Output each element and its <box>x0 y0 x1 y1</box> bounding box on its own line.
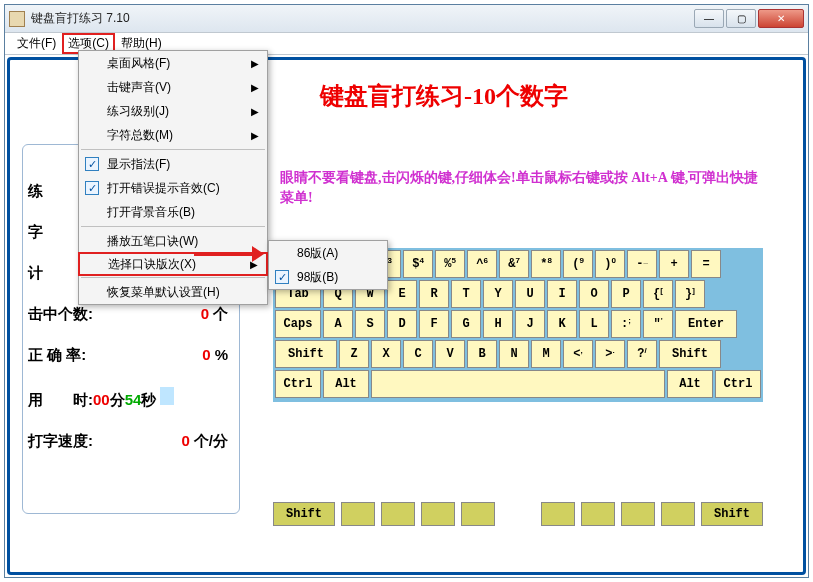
dd-show-fingering[interactable]: ✓显示指法(F) <box>79 152 267 176</box>
window-title: 键盘盲打练习 7.10 <box>31 10 694 27</box>
key-c[interactable]: C <box>403 340 433 368</box>
bottom-key-2 <box>381 502 415 526</box>
bottom-key-6 <box>581 502 615 526</box>
close-button[interactable]: ✕ <box>758 9 804 28</box>
dd-separator <box>81 277 265 278</box>
key-s[interactable]: S <box>355 310 385 338</box>
key-[interactable]: %5 <box>435 250 465 278</box>
stat-speed: 打字速度: 0 个/分 <box>28 432 228 451</box>
key-ctrl[interactable]: Ctrl <box>275 370 321 398</box>
key-x[interactable]: X <box>371 340 401 368</box>
key-[interactable]: "' <box>643 310 673 338</box>
key-caps[interactable]: Caps <box>275 310 321 338</box>
main-title: 键盘盲打练习-10个数字 <box>320 80 568 112</box>
maximize-button[interactable]: ▢ <box>726 9 756 28</box>
key-[interactable]: {[ <box>643 280 673 308</box>
key-i[interactable]: I <box>547 280 577 308</box>
key-z[interactable]: Z <box>339 340 369 368</box>
time-cursor <box>160 387 174 405</box>
menu-file[interactable]: 文件(F) <box>11 33 62 54</box>
kb-row-4: ShiftZXCVBNM<,>.?/Shift <box>275 340 761 368</box>
kb-row-3: CapsASDFGHJKL:;"'Enter <box>275 310 761 338</box>
stat-time: 用 时: 00分54秒 <box>28 387 228 410</box>
key-[interactable]: :; <box>611 310 641 338</box>
dd-desktop-style[interactable]: 桌面风格(F)▶ <box>79 51 267 75</box>
key-shift[interactable]: Shift <box>275 340 337 368</box>
key-v[interactable]: V <box>435 340 465 368</box>
key-b[interactable]: B <box>467 340 497 368</box>
key-[interactable]: = <box>691 250 721 278</box>
key-alt[interactable]: Alt <box>667 370 713 398</box>
options-dropdown: 桌面风格(F)▶ 击键声音(V)▶ 练习级别(J)▶ 字符总数(M)▶ ✓显示指… <box>78 50 268 305</box>
app-icon <box>9 11 25 27</box>
key-d[interactable]: D <box>387 310 417 338</box>
key-[interactable]: $4 <box>403 250 433 278</box>
key-[interactable]: (9 <box>563 250 593 278</box>
key-l[interactable]: L <box>579 310 609 338</box>
key-h[interactable]: H <box>483 310 513 338</box>
key-enter[interactable]: Enter <box>675 310 737 338</box>
key-[interactable]: &7 <box>499 250 529 278</box>
key-[interactable]: }] <box>675 280 705 308</box>
submenu-86[interactable]: 86版(A) <box>269 241 387 265</box>
minimize-button[interactable]: — <box>694 9 724 28</box>
check-icon: ✓ <box>85 157 99 171</box>
dd-key-sound[interactable]: 击键声音(V)▶ <box>79 75 267 99</box>
bottom-key-7 <box>621 502 655 526</box>
key-alt[interactable]: Alt <box>323 370 369 398</box>
key-a[interactable]: A <box>323 310 353 338</box>
key-n[interactable]: N <box>499 340 529 368</box>
kb-row-5: CtrlAltAltCtrl <box>275 370 761 398</box>
submenu-arrow-icon: ▶ <box>251 106 259 117</box>
dd-separator <box>81 149 265 150</box>
bottom-key-3 <box>421 502 455 526</box>
key-r[interactable]: R <box>419 280 449 308</box>
key-e[interactable]: E <box>387 280 417 308</box>
bottom-key-5 <box>541 502 575 526</box>
key-[interactable]: ^6 <box>467 250 497 278</box>
key-j[interactable]: J <box>515 310 545 338</box>
bottom-key-4 <box>461 502 495 526</box>
key-ctrl[interactable]: Ctrl <box>715 370 761 398</box>
check-icon: ✓ <box>85 181 99 195</box>
bottom-key-8 <box>661 502 695 526</box>
dd-error-sound[interactable]: ✓打开错误提示音效(C) <box>79 176 267 200</box>
key-p[interactable]: P <box>611 280 641 308</box>
key-[interactable]: -_ <box>627 250 657 278</box>
bottom-key-1 <box>341 502 375 526</box>
key-k[interactable]: K <box>547 310 577 338</box>
submenu-98[interactable]: ✓98版(B) <box>269 265 387 289</box>
key-shift[interactable]: Shift <box>659 340 721 368</box>
key-[interactable]: )0 <box>595 250 625 278</box>
key-t[interactable]: T <box>451 280 481 308</box>
key-space[interactable] <box>371 370 665 398</box>
key-g[interactable]: G <box>451 310 481 338</box>
arrow-head-icon <box>252 246 264 262</box>
version-submenu: 86版(A) ✓98版(B) <box>268 240 388 290</box>
submenu-arrow-icon: ▶ <box>251 130 259 141</box>
key-u[interactable]: U <box>515 280 545 308</box>
dd-reset-defaults[interactable]: 恢复菜单默认设置(H) <box>79 280 267 304</box>
dd-separator <box>81 226 265 227</box>
key-y[interactable]: Y <box>483 280 513 308</box>
key-[interactable]: ?/ <box>627 340 657 368</box>
bottom-indicator-keys: Shift Shift <box>273 502 763 526</box>
key-[interactable]: + <box>659 250 689 278</box>
submenu-arrow-icon: ▶ <box>251 58 259 69</box>
titlebar: 键盘盲打练习 7.10 — ▢ ✕ <box>5 5 808 33</box>
bottom-shift-right: Shift <box>701 502 763 526</box>
dd-char-count[interactable]: 字符总数(M)▶ <box>79 123 267 147</box>
key-[interactable]: >. <box>595 340 625 368</box>
key-m[interactable]: M <box>531 340 561 368</box>
key-f[interactable]: F <box>419 310 449 338</box>
key-o[interactable]: O <box>579 280 609 308</box>
key-[interactable]: <, <box>563 340 593 368</box>
stat-hits: 击中个数: 0 个 <box>28 305 228 324</box>
bottom-shift-left: Shift <box>273 502 335 526</box>
dd-practice-level[interactable]: 练习级别(J)▶ <box>79 99 267 123</box>
submenu-arrow-icon: ▶ <box>251 82 259 93</box>
instruction-text: 眼睛不要看键盘,击闪烁的键,仔细体会!单击鼠标右键或按 Alt+A 键,可弹出快… <box>280 168 760 207</box>
dd-bg-music[interactable]: 打开背景音乐(B) <box>79 200 267 224</box>
key-[interactable]: *8 <box>531 250 561 278</box>
callout-arrow <box>194 250 264 258</box>
